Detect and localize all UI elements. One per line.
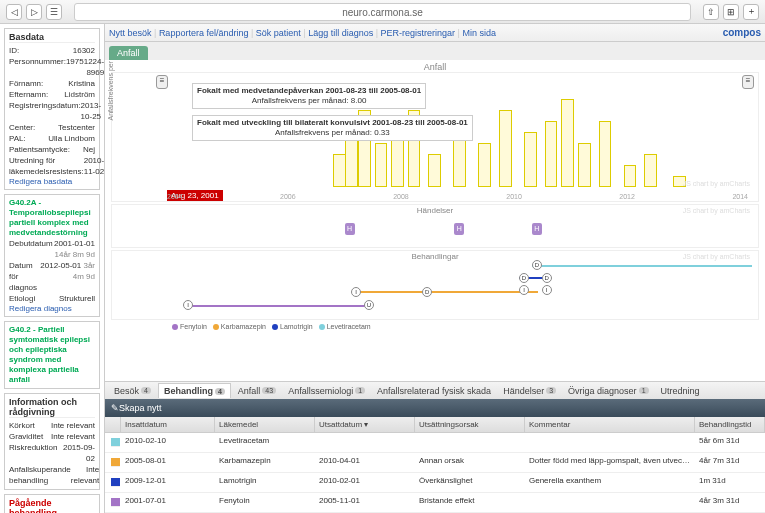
x-tick: 2012 <box>619 193 635 200</box>
bottom-tab[interactable]: Händelser3 <box>498 384 561 398</box>
bottom-tab[interactable]: Anfall43 <box>233 384 281 398</box>
info-title: Information och rådgivning <box>9 397 95 418</box>
row-color-swatch <box>111 498 120 507</box>
tabs-button[interactable]: ⊞ <box>723 4 739 20</box>
cell-kommentar: Generella exanthem <box>525 473 695 493</box>
legend-swatch <box>319 324 325 330</box>
x-tick: 2008 <box>393 193 409 200</box>
bottom-tab[interactable]: Utredning <box>656 384 705 398</box>
x-tick: 2006 <box>280 193 296 200</box>
column-header[interactable]: Insattdatum <box>121 417 215 432</box>
forward-button[interactable]: ▷ <box>26 4 42 20</box>
cell-utsatt: 2010-02-01 <box>315 473 415 493</box>
top-toolbar: Nytt besök | Rapportera fel/ändring | Sö… <box>105 24 765 42</box>
panel-button[interactable]: ☰ <box>46 4 62 20</box>
brand-logo: compos <box>723 27 761 38</box>
column-header[interactable]: Utsattdatum ▾ <box>315 417 415 432</box>
cell-tid: 5år 6m 31d <box>695 433 765 453</box>
field-value: Kristina <box>68 78 95 89</box>
basdata-row: Patientsamtycke:Nej <box>9 144 95 155</box>
diagnosis-row: EtiologiStrukturell <box>9 293 95 304</box>
bottom-tab[interactable]: Besök4 <box>109 384 156 398</box>
basdata-row: Personnummer:19751224-8969 <box>9 56 95 78</box>
treatment-bar-fenytoin <box>190 305 371 307</box>
basdata-title: Basdata <box>9 32 95 43</box>
table-row[interactable]: 2009-12-01Lamotrigin2010-02-01Överkänsli… <box>105 473 765 493</box>
cell-insatt: 2005-08-01 <box>121 453 215 473</box>
event-marker[interactable]: H <box>345 223 355 235</box>
tab-label: Övriga diagnoser <box>568 386 637 396</box>
basdata-row: Registreringsdatum:2013-10-25 <box>9 100 95 122</box>
timeline-marker: I <box>519 285 529 295</box>
toolbar-link[interactable]: Rapportera fel/ändring <box>159 28 249 38</box>
chart-bar <box>333 154 346 187</box>
behandlingar-title: Behandlingar <box>411 252 458 261</box>
toolbar-link[interactable]: Nytt besök <box>109 28 152 38</box>
table-row[interactable]: 2010-02-10Levetiracetam5år 6m 31d <box>105 433 765 453</box>
field-value: 2001-01-01 14år 8m 9d <box>53 238 95 260</box>
bottom-tab[interactable]: Anfallsrelaterad fysisk skada <box>372 384 496 398</box>
url-field[interactable]: neuro.carmona.se <box>74 3 691 21</box>
event-marker[interactable]: H <box>454 223 464 235</box>
tab-label: Händelser <box>503 386 544 396</box>
back-button[interactable]: ◁ <box>6 4 22 20</box>
anfall-chart[interactable]: ≡ ≡ Anfallsfrekvens per månad (Log) Foka… <box>111 72 759 202</box>
toolbar-link[interactable]: PER-registreringar <box>381 28 456 38</box>
row-color-swatch <box>111 438 120 447</box>
treatment-legend: FenytoinKarbamazepinLamotriginLevetirace… <box>111 322 759 332</box>
toolbar-link[interactable]: Min sida <box>462 28 496 38</box>
chart-tab-strip: Anfall <box>105 42 765 60</box>
chart-tab-anfall[interactable]: Anfall <box>109 46 148 60</box>
tab-label: Utredning <box>661 386 700 396</box>
annotation-1-value: Anfallsfrekvens per månad: 8.00 <box>252 96 367 105</box>
field-value: Strukturell <box>59 293 95 304</box>
treatment-title: Pågående behandling <box>9 498 95 513</box>
bottom-tab[interactable]: Behandling4 <box>158 383 231 398</box>
share-button[interactable]: ⇧ <box>703 4 719 20</box>
column-header[interactable]: Behandlingstid <box>695 417 765 432</box>
handelser-chart[interactable]: Händelser H H H JS chart by amCharts <box>111 204 759 248</box>
info-panel: Information och rådgivning KörkortInte r… <box>4 393 100 490</box>
chart-bar <box>499 110 512 187</box>
legend-swatch <box>213 324 219 330</box>
tab-badge: 1 <box>639 387 649 394</box>
field-label: Patientsamtycke: <box>9 144 83 155</box>
edit-diagnosis-link[interactable]: Redigera diagnos <box>9 304 95 313</box>
grid-create-bar[interactable]: ✎ Skapa nytt <box>105 399 765 417</box>
chart-ylabel: Anfallsfrekvens per månad (Log) <box>107 60 114 121</box>
bottom-tab[interactable]: Övriga diagnoser1 <box>563 384 653 398</box>
cell-lakemedel: Karbamazepin <box>215 453 315 473</box>
behandlingar-chart[interactable]: Behandlingar JS chart by amCharts D D D … <box>111 250 759 320</box>
column-header[interactable] <box>105 417 121 432</box>
basdata-row: Utredning för läkemedelsresistens:2010-1… <box>9 155 95 177</box>
tab-label: Behandling <box>164 386 213 396</box>
edit-basdata-link[interactable]: Redigera basdata <box>9 177 95 186</box>
cell-orsak: Annan orsak <box>415 453 525 473</box>
toolbar-link[interactable]: Sök patient <box>256 28 301 38</box>
column-header[interactable]: Utsättningsorsak <box>415 417 525 432</box>
field-label: Graviditet <box>9 431 51 442</box>
column-header[interactable]: Läkemedel <box>215 417 315 432</box>
field-label: Center: <box>9 122 58 133</box>
info-row: GraviditetInte relevant <box>9 431 95 442</box>
timeline-marker: D <box>519 273 529 283</box>
event-marker[interactable]: H <box>532 223 542 235</box>
treatment-bar-karbamazepin <box>357 291 538 293</box>
column-header[interactable]: Kommentar <box>525 417 695 432</box>
x-tick: 2014 <box>732 193 748 200</box>
field-label: Etiologi <box>9 293 59 304</box>
legend-swatch <box>272 324 278 330</box>
table-row[interactable]: 2005-08-01Karbamazepin2010-04-01Annan or… <box>105 453 765 473</box>
bottom-tab[interactable]: Anfallssemiologi1 <box>283 384 370 398</box>
timeline-marker: D <box>532 260 542 270</box>
toolbar-link[interactable]: Lägg till diagnos <box>308 28 373 38</box>
basdata-panel: Basdata ID:16302Personnummer:19751224-89… <box>4 28 100 190</box>
timeline-marker: D <box>542 273 552 283</box>
table-row[interactable]: 2001-07-01Fenytoin2005-11-01Bristande ef… <box>105 493 765 513</box>
tab-badge: 3 <box>546 387 556 394</box>
add-button[interactable]: ＋ <box>743 4 759 20</box>
chart-bar <box>428 154 441 187</box>
x-tick: 2010 <box>506 193 522 200</box>
diagnosis-2-title: G40.2 - Partiell symtomatisk epilepsi oc… <box>9 325 95 385</box>
browser-bar: ◁ ▷ ☰ neuro.carmona.se ⇧ ⊞ ＋ <box>0 0 765 24</box>
